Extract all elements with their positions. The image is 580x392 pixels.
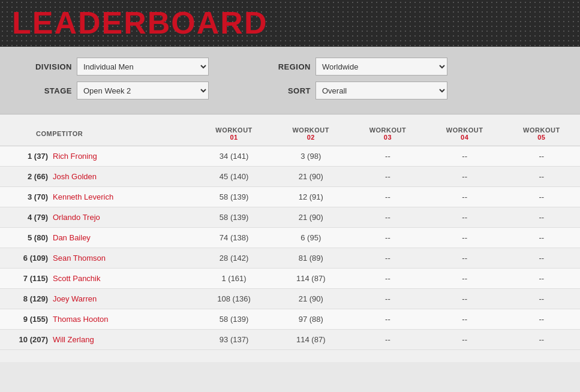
competitor-name[interactable]: Kenneth Leverich <box>53 192 113 201</box>
workout02-cell: 21 (90) <box>272 289 349 309</box>
workout02-cell: 81 (89) <box>272 248 349 269</box>
rank-text: 2 (66) <box>12 172 48 181</box>
col-workout01: WORKOUT 01 <box>196 120 272 146</box>
workout05-cell: -- <box>503 289 580 309</box>
workout02-cell: 114 (87) <box>272 330 349 350</box>
competitor-col: 5 (80)Dan Bailey <box>0 228 196 248</box>
workout05-cell: -- <box>503 146 580 167</box>
workout01-cell: 58 (139) <box>196 309 272 330</box>
workout03-cell: -- <box>349 187 426 207</box>
workout01-cell: 58 (139) <box>196 207 272 228</box>
competitor-name[interactable]: Will Zerlang <box>53 335 94 344</box>
workout04-cell: -- <box>426 248 503 269</box>
table-row: 4 (79)Orlando Trejo58 (139)21 (90)------ <box>0 207 580 228</box>
table-row: 9 (155)Thomas Hooton58 (139)97 (88)-----… <box>0 309 580 330</box>
col-workout04: WORKOUT 04 <box>426 120 503 146</box>
region-select[interactable]: Worldwide North America Europe Asia Sout… <box>315 58 447 76</box>
workout05-cell: -- <box>503 309 580 330</box>
division-select[interactable]: Individual Men Individual Women Masters … <box>77 58 209 76</box>
workout02-cell: 97 (88) <box>272 309 349 330</box>
table-row: 7 (115)Scott Panchik1 (161)114 (87)-----… <box>0 269 580 289</box>
competitor-col: 8 (129)Joey Warren <box>0 289 196 309</box>
workout02-cell: 114 (87) <box>272 269 349 289</box>
rank-text: 4 (79) <box>12 213 48 222</box>
sort-label: SORT <box>257 86 311 95</box>
competitor-name[interactable]: Dan Bailey <box>53 233 91 242</box>
workout03-cell: -- <box>349 146 426 167</box>
workout01-cell: 45 (140) <box>196 167 272 187</box>
workout04-cell: -- <box>426 309 503 330</box>
workout04-cell: -- <box>426 146 503 167</box>
competitor-col: 3 (70)Kenneth Leverich <box>0 187 196 207</box>
rank-text: 3 (70) <box>12 192 48 201</box>
workout04-cell: -- <box>426 330 503 350</box>
competitor-name[interactable]: Sean Thomson <box>53 254 106 263</box>
competitor-col: 7 (115)Scott Panchik <box>0 269 196 289</box>
workout05-cell: -- <box>503 269 580 289</box>
workout04-cell: -- <box>426 187 503 207</box>
rank-text: 7 (115) <box>12 274 48 283</box>
competitor-name[interactable]: Josh Golden <box>53 172 97 181</box>
competitor-name[interactable]: Scott Panchik <box>53 274 101 283</box>
division-group: DIVISION Individual Men Individual Women… <box>18 58 209 76</box>
table-row: 10 (207)Will Zerlang93 (137)114 (87)----… <box>0 330 580 350</box>
page-title: LEADERBOARD <box>12 5 268 40</box>
filter-row-bottom: STAGE Open Week 1 Open Week 2 Open Week … <box>18 82 562 99</box>
rank-text: 8 (129) <box>12 294 48 303</box>
competitor-name[interactable]: Thomas Hooton <box>53 315 109 324</box>
col-competitor: COMPETITOR <box>0 120 196 146</box>
workout03-cell: -- <box>349 207 426 228</box>
workout03-cell: -- <box>349 228 426 248</box>
region-label: REGION <box>257 62 311 71</box>
competitor-col: 10 (207)Will Zerlang <box>0 330 196 350</box>
table-header-row: COMPETITOR WORKOUT 01 WORKOUT 02 WORKOUT… <box>0 120 580 146</box>
workout01-cell: 1 (161) <box>196 269 272 289</box>
rank-text: 5 (80) <box>12 233 48 242</box>
region-group: REGION Worldwide North America Europe As… <box>257 58 447 76</box>
table-row: 8 (129)Joey Warren108 (136)21 (90)------ <box>0 289 580 309</box>
workout01-cell: 28 (142) <box>196 248 272 269</box>
workout04-cell: -- <box>426 207 503 228</box>
stage-label: STAGE <box>18 86 72 95</box>
workout05-cell: -- <box>503 207 580 228</box>
sort-select[interactable]: Overall Workout 01 Workout 02 Workout 03… <box>315 82 447 99</box>
workout02-cell: 21 (90) <box>272 167 349 187</box>
workout04-cell: -- <box>426 228 503 248</box>
competitor-col: 4 (79)Orlando Trejo <box>0 207 196 228</box>
workout05-cell: -- <box>503 167 580 187</box>
table-row: 2 (66)Josh Golden45 (140)21 (90)------ <box>0 167 580 187</box>
col-workout05: WORKOUT 05 <box>503 120 580 146</box>
competitor-col: 2 (66)Josh Golden <box>0 167 196 187</box>
competitor-name[interactable]: Orlando Trejo <box>53 213 100 222</box>
workout04-cell: -- <box>426 289 503 309</box>
workout02-cell: 21 (90) <box>272 207 349 228</box>
workout03-cell: -- <box>349 167 426 187</box>
col-workout03: WORKOUT 03 <box>349 120 426 146</box>
workout01-cell: 58 (139) <box>196 187 272 207</box>
workout03-cell: -- <box>349 289 426 309</box>
header: LEADERBOARD <box>0 0 580 47</box>
competitor-col: 9 (155)Thomas Hooton <box>0 309 196 330</box>
workout01-cell: 34 (141) <box>196 146 272 167</box>
stage-group: STAGE Open Week 1 Open Week 2 Open Week … <box>18 82 209 99</box>
division-label: DIVISION <box>18 62 72 71</box>
workout03-cell: -- <box>349 269 426 289</box>
workout04-cell: -- <box>426 167 503 187</box>
content-area: COMPETITOR WORKOUT 01 WORKOUT 02 WORKOUT… <box>0 114 580 362</box>
workout03-cell: -- <box>349 309 426 330</box>
workout02-cell: 6 (95) <box>272 228 349 248</box>
workout01-cell: 108 (136) <box>196 289 272 309</box>
stage-select[interactable]: Open Week 1 Open Week 2 Open Week 3 Open… <box>77 82 209 99</box>
competitor-name[interactable]: Joey Warren <box>53 294 97 303</box>
filter-row-top: DIVISION Individual Men Individual Women… <box>18 58 562 76</box>
rank-text: 6 (109) <box>12 254 48 263</box>
workout05-cell: -- <box>503 228 580 248</box>
workout05-cell: -- <box>503 330 580 350</box>
table-row: 3 (70)Kenneth Leverich58 (139)12 (91)---… <box>0 187 580 207</box>
workout03-cell: -- <box>349 330 426 350</box>
competitor-name[interactable]: Rich Froning <box>53 152 97 161</box>
workout02-cell: 3 (98) <box>272 146 349 167</box>
leaderboard-table: COMPETITOR WORKOUT 01 WORKOUT 02 WORKOUT… <box>0 120 580 350</box>
sort-group: SORT Overall Workout 01 Workout 02 Worko… <box>257 82 447 99</box>
col-workout02: WORKOUT 02 <box>272 120 349 146</box>
